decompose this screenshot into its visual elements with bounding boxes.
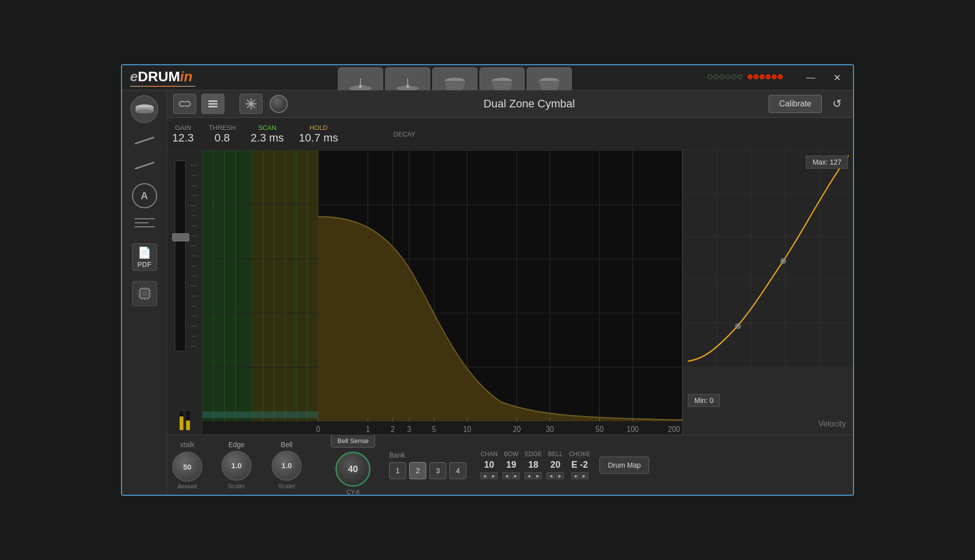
edge-knob[interactable]: 1.0 [221,451,252,481]
sidebar-a-button[interactable]: A [132,183,157,208]
bank-btn-2[interactable]: 2 [409,462,426,479]
gain-param: GAIN 12.3 [172,124,194,145]
chan-arrows: ◄ ► [480,472,498,479]
edge-scaler-value: 1.0 [231,461,242,470]
bell-knob-scaler[interactable]: 1.0 [272,451,302,481]
logo-e: e [130,69,138,85]
chan-value: 10 [484,460,494,470]
app-window: e DRUM in [121,64,854,496]
svg-rect-102 [202,411,318,418]
svg-rect-45 [183,102,187,105]
zone-name: Dual Zone Cymbal [295,97,764,110]
velocity-panel: Max: 127 Min: 0 Velocity [682,151,853,435]
gain-ruler [170,161,200,351]
led-red-5 [772,74,777,79]
svg-point-5 [406,85,409,88]
zone-scalers: Edge 1.0 Scaler Bell 1.0 Scaler [221,441,302,490]
waveform-area: 0 1 2 3 5 10 20 30 50 100 200 [202,151,682,435]
thresh-label: THRESH [209,124,235,131]
svg-point-2 [359,85,362,88]
svg-rect-103 [202,422,682,435]
led-red-6 [778,74,783,79]
edge-ch-item: EDGE 18 ◄ ► [525,451,542,479]
bell-sense-button[interactable]: Bell Sense [331,434,375,448]
title-bar: e DRUM in [122,65,853,90]
logo-underline [130,86,195,87]
led-green-3 [719,74,724,79]
bell-arrow-left[interactable]: ◄ [547,472,555,479]
led-green-1 [707,74,712,79]
bell-label: Bell [281,441,292,449]
vu-bar-2 [185,410,190,431]
refresh-button[interactable]: ↺ [827,94,847,114]
chan-label: CHAN [480,451,498,458]
sidebar-lines-icon[interactable] [135,218,155,233]
thresh-param: THRESH 0.8 [209,124,235,145]
bank-btn-3[interactable]: 3 [429,462,446,479]
svg-rect-47 [208,103,217,105]
xtalk-label: xtalk [180,441,195,449]
chan-arrow-left[interactable]: ◄ [480,472,489,479]
velocity-axis-label: Velocity [818,419,846,429]
calibrate-button[interactable]: Calibrate [769,95,822,113]
logo: e DRUM in [130,69,195,87]
amount-knob[interactable]: 50 [172,452,202,482]
viz-area: 0 1 2 3 5 10 20 30 50 100 200 [167,151,853,435]
bell-arrows: ◄ ► [547,472,564,479]
svg-point-26 [136,109,154,113]
minimize-button[interactable]: — [802,70,819,85]
bell-scaler-label: Scaler [278,483,295,490]
svg-text:5: 5 [432,425,436,434]
gain-section [167,151,202,435]
bow-arrow-right[interactable]: ► [512,472,520,479]
edge-arrow-right[interactable]: ► [534,472,542,479]
close-button[interactable]: ✕ [829,70,845,85]
led-red-1 [748,74,753,79]
bow-arrow-left[interactable]: ◄ [503,472,511,479]
logo-in: in [180,69,193,85]
sidebar-snare-icon[interactable] [131,95,158,123]
sidebar-chip-icon[interactable] [132,281,157,306]
hold-param: HOLD 10.7 ms [299,124,338,145]
xtalk-section: xtalk 50 Amount [172,441,202,489]
amount-label: Amount [178,483,197,489]
list-button[interactable] [201,94,224,114]
choke-arrow-left[interactable]: ◄ [571,472,579,479]
bow-label: BOW [504,451,519,458]
decay-param: DECAY [394,130,416,138]
edge-arrow-left[interactable]: ◄ [525,472,533,479]
bottom-controls: xtalk 50 Amount Edge 1.0 Scaler [167,435,853,495]
svg-rect-126 [683,151,853,366]
svg-line-28 [136,163,154,169]
svg-line-27 [136,137,154,144]
edge-scaler-label: Scaler [228,483,245,490]
bank-btn-4[interactable]: 4 [449,462,466,479]
scan-param: SCAN 2.3 ms [251,124,284,145]
bell-sense-knob[interactable]: 40 [335,452,371,487]
bell-sense-section: Bell Sense 40 CY-8 [331,434,375,496]
scan-value: 2.3 ms [251,131,284,145]
bow-item: BOW 19 ◄ ► [503,451,520,479]
vu-meter [179,410,190,431]
editor-toolbar: Dual Zone Cymbal Calibrate ↺ [167,90,853,118]
link-button[interactable] [173,94,196,114]
led-group-red [748,74,783,79]
gain-slider-thumb[interactable] [172,233,189,241]
sidebar-stick-1[interactable] [135,133,155,148]
ball-button[interactable] [270,95,288,113]
drum-map-button[interactable]: Drum Map [599,457,649,474]
bank-btn-1[interactable]: 1 [389,462,406,479]
velocity-grid-svg [683,151,853,366]
hold-value: 10.7 ms [299,131,338,145]
sidebar-stick-2[interactable] [135,158,155,173]
bell-arrow-right[interactable]: ► [556,472,564,479]
gain-slider-track[interactable] [175,161,186,351]
chan-arrow-right[interactable]: ► [490,472,498,479]
left-sidebar: A 📄 PDF [122,90,167,495]
bow-arrows: ◄ ► [503,472,520,479]
choke-arrow-right[interactable]: ► [580,472,588,479]
led-area [707,74,783,79]
snowflake-button[interactable] [239,94,263,114]
sidebar-pdf-icon[interactable]: 📄 PDF [132,243,157,271]
bell-sense-value: 40 [348,464,358,475]
